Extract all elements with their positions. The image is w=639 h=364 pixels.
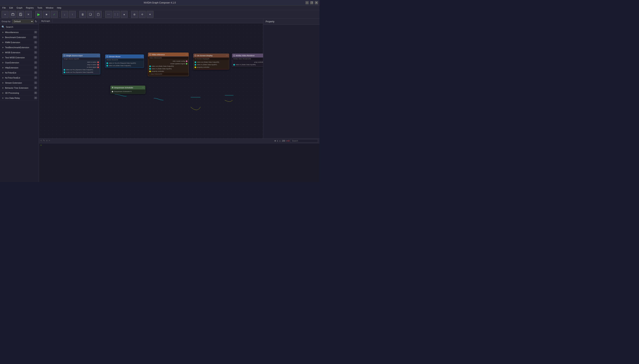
sidebar-item-label: Stream Extension (5, 82, 22, 84)
minimize-button[interactable]: − (305, 1, 309, 4)
sidebar-item-3d[interactable]: ▶ 3D Processing 8 (0, 90, 39, 96)
port-stop-or[interactable] (97, 64, 99, 66)
play-button[interactable]: ▶ (35, 11, 42, 18)
menu-graph[interactable]: Graph (15, 6, 24, 9)
port-prop-controller[interactable] (195, 66, 196, 68)
copy-button[interactable] (87, 11, 94, 18)
node-title: Deepstream Scheduler (114, 87, 133, 89)
sidebar-item-ucx[interactable]: ▶ Ucx Data Relay 4 (0, 96, 39, 100)
node-nvidia-renderer[interactable]: ⬡ NVidia Video Renderer ⋯ NVidia Video R… (232, 54, 263, 67)
group-label: Group by: (2, 20, 11, 22)
more1-button[interactable]: ⋯ (105, 11, 112, 18)
port-start-sr[interactable] (97, 62, 99, 63)
node-stream-muxer[interactable]: ⬡ Stream Muxer ⋯ Stream Muxer49 video in… (105, 54, 144, 68)
paste-button[interactable] (95, 11, 102, 18)
sidebar-item-stream[interactable]: ▶ Stream Extension 1 (0, 80, 39, 85)
port-scheduler[interactable] (112, 91, 113, 92)
sidebar-item-benchmark[interactable]: ▶ Benchmark Extension 11 (0, 35, 39, 40)
port-video-in[interactable] (195, 64, 196, 66)
chevron-icon: ▶ (2, 36, 4, 38)
sidebar-item-rmm[interactable]: ▶ RMM Extension 1 (0, 40, 39, 45)
port-video-out[interactable] (107, 65, 108, 66)
node-on-screen-display[interactable]: ⬡ On Screen Display ⋯ On Screen Display5… (193, 54, 229, 70)
upload-button[interactable]: ↑ (69, 11, 76, 18)
chevron-icon: ▶ (2, 92, 4, 94)
port-video-out[interactable] (149, 66, 151, 67)
node-subtitle: Video Inference52 (148, 56, 189, 59)
verify-button[interactable]: ✓ (51, 11, 58, 18)
stop-button[interactable]: ■ (43, 11, 50, 18)
group-select[interactable]: Default (12, 20, 34, 23)
center-button[interactable]: ✛ (139, 11, 146, 18)
canvas-tab[interactable]: MyGraph (39, 19, 53, 23)
save-button[interactable] (17, 11, 24, 18)
node-title: Video Inference (152, 54, 165, 56)
canvas-area[interactable]: MyGraph (39, 19, 263, 138)
port-prop-controller[interactable] (149, 70, 151, 72)
graph-canvas[interactable]: ⬡ Single Source Input ⋯ Single Source In… (39, 23, 263, 138)
download-button[interactable]: ↓ (61, 11, 68, 18)
node-row: sr done signal (63, 66, 100, 68)
node-menu-btn[interactable]: ⋯ (141, 56, 143, 58)
sidebar-item-nvtriton[interactable]: ▶ NvTritonExt 5 (0, 70, 39, 75)
close-file-button[interactable]: ✕ (25, 11, 32, 18)
port-video-out[interactable] (195, 62, 196, 63)
port-video-in[interactable] (149, 68, 151, 70)
sidebar-item-testbenchmark[interactable]: ▶ TestBenchmarkExtension 2 (0, 45, 39, 50)
port-video-in[interactable] (233, 64, 235, 66)
sidebar-item-grpc[interactable]: ▶ GrpcExtension 2 (0, 60, 39, 65)
port-video-in[interactable] (107, 62, 108, 64)
item-count: 1 (34, 82, 37, 84)
menu-help[interactable]: Help (55, 6, 63, 9)
status-search-input[interactable] (291, 139, 318, 142)
port-model-updated[interactable] (186, 63, 187, 64)
search-box[interactable]: 🔍 Search (0, 24, 39, 30)
target-button[interactable]: ⊕ (131, 11, 138, 18)
menu-tools[interactable]: Tools (36, 6, 44, 9)
node-menu-btn[interactable]: ⋯ (97, 54, 99, 56)
menu-registry[interactable]: Registry (24, 6, 35, 9)
sidebar: Group by: Default ↻ 🔍 Search ▶ Miscellan… (0, 19, 39, 182)
sidebar-item-miscellaneous[interactable]: ▶ Miscellaneous 4 (0, 30, 39, 35)
node-header-video-inference: ⬡ Video Inference ⋯ (148, 53, 189, 56)
node-menu-btn[interactable]: ⋯ (226, 54, 228, 56)
terminal-back-btn[interactable]: < (41, 139, 42, 142)
delete-button[interactable]: 🗑 (79, 11, 86, 18)
port-audio-out[interactable] (64, 72, 65, 73)
restore-button[interactable]: ❐ (310, 1, 313, 4)
more2-button[interactable]: ⋮⋮ (113, 11, 120, 18)
close-button[interactable]: ✕ (315, 1, 318, 4)
sidebar-item-label: Miscellaneous (5, 31, 19, 34)
new-button[interactable]: + (2, 11, 9, 18)
node-row: video out (Static Data Output53) (148, 65, 189, 68)
node-menu-btn[interactable]: ⋯ (142, 86, 144, 89)
terminal-prompt-btn[interactable]: > (49, 139, 50, 142)
open-button[interactable] (9, 11, 16, 18)
node-video-inference[interactable]: ⬡ Video Inference ⋯ Video Inference52 in… (148, 52, 189, 76)
port-infer-config[interactable] (186, 60, 187, 62)
sidebar-item-label: Benchmark Extension (5, 36, 26, 38)
menu-file[interactable]: File (1, 6, 8, 9)
node-row: video in (Static Data Input57) (193, 64, 229, 66)
sidebar-item-nvtriton-test[interactable]: ▶ NvTritonTestExt 7 (0, 75, 39, 80)
separator-2 (59, 12, 60, 17)
terminal-list-btn[interactable]: ≡ (46, 139, 48, 142)
menu-window[interactable]: Window (44, 6, 55, 9)
sidebar-item-misb[interactable]: ▶ MISB Extension 1 (0, 50, 39, 55)
menu-edit[interactable]: Edit (8, 6, 15, 9)
port-sr-done[interactable] (97, 66, 99, 68)
layout-button[interactable]: ✦ (147, 11, 154, 18)
port-video-out[interactable] (64, 69, 65, 70)
node-menu-btn[interactable]: ⋯ (185, 54, 187, 56)
node-single-source[interactable]: ⬡ Single Source Input ⋯ Single Source In… (62, 54, 100, 74)
refresh-button[interactable]: ↻ (35, 20, 37, 23)
sidebar-item-test-misb[interactable]: ▶ Test MISB Extension 2 (0, 55, 39, 60)
sidebar-item-http[interactable]: ▶ HttpExtension 3 (0, 65, 39, 70)
node-row: stop or action (63, 64, 100, 66)
terminal-edit-btn[interactable]: ✎ (43, 139, 45, 142)
record-button[interactable]: ● (121, 11, 128, 18)
node-deepstream-scheduler[interactable]: ⚙ Deepstream Scheduler ⋯ Deepstream Sche… (110, 86, 145, 94)
item-count: 1 (34, 41, 37, 44)
node-body: prop controller video in (Static Data In… (232, 60, 263, 67)
sidebar-item-behavior-tree[interactable]: ▶ Behavior Tree Extension 8 (0, 85, 39, 90)
